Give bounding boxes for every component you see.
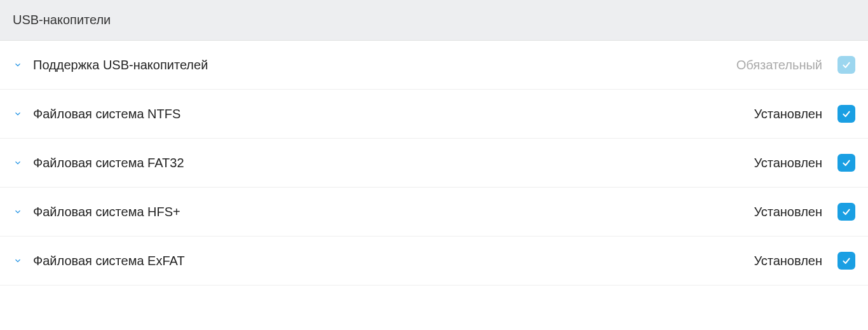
list-item: Файловая система FAT32 Установлен bbox=[0, 139, 868, 188]
item-label: Файловая система FAT32 bbox=[33, 156, 743, 170]
item-status: Установлен bbox=[754, 254, 822, 268]
list-item: Файловая система NTFS Установлен bbox=[0, 90, 868, 139]
section-title: USB-накопители bbox=[13, 13, 111, 27]
section-header: USB-накопители bbox=[0, 0, 868, 41]
list-item: Файловая система HFS+ Установлен bbox=[0, 188, 868, 237]
item-label: Файловая система HFS+ bbox=[33, 205, 743, 219]
item-status: Установлен bbox=[754, 156, 822, 170]
chevron-down-icon[interactable] bbox=[13, 256, 23, 266]
list-item: Файловая система ExFAT Установлен bbox=[0, 237, 868, 285]
item-label: Файловая система NTFS bbox=[33, 107, 743, 121]
item-checkbox[interactable] bbox=[837, 203, 855, 221]
chevron-down-icon[interactable] bbox=[13, 207, 23, 217]
item-checkbox[interactable] bbox=[837, 252, 855, 270]
chevron-down-icon[interactable] bbox=[13, 109, 23, 119]
item-checkbox[interactable] bbox=[837, 154, 855, 172]
chevron-down-icon[interactable] bbox=[13, 60, 23, 70]
item-label: Поддержка USB-накопителей bbox=[33, 58, 726, 72]
item-status: Установлен bbox=[754, 205, 822, 219]
item-label: Файловая система ExFAT bbox=[33, 254, 743, 268]
chevron-down-icon[interactable] bbox=[13, 158, 23, 168]
item-status: Обязательный bbox=[736, 58, 822, 72]
list-item: Поддержка USB-накопителей Обязательный bbox=[0, 41, 868, 90]
item-checkbox[interactable] bbox=[837, 105, 855, 123]
item-checkbox bbox=[837, 56, 855, 74]
component-list: Поддержка USB-накопителей Обязательный Ф… bbox=[0, 41, 868, 285]
item-status: Установлен bbox=[754, 107, 822, 121]
